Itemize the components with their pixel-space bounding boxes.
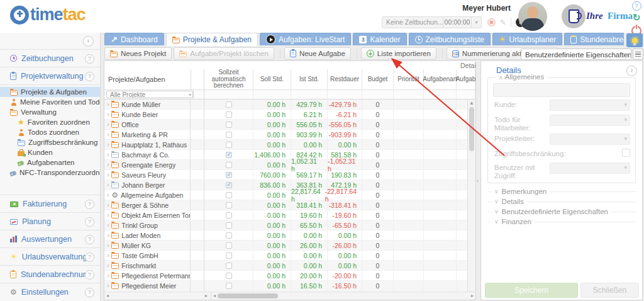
expand-icon[interactable]: › <box>107 242 109 249</box>
help-icon[interactable]: ? <box>632 1 641 11</box>
collapsed-section-benutzerdefinierte-eigenschaften[interactable]: ∨Benutzerdefinierte Eigenschaften <box>487 207 636 216</box>
expand-icon[interactable]: › <box>107 202 109 208</box>
filter-cell[interactable] <box>253 90 291 99</box>
toolbar-button-neue-aufgabe[interactable]: Neue Aufgabe <box>284 47 351 60</box>
table-row[interactable]: ›Kunde Beier0.00 h6.21 h-6.21 h0 <box>104 110 475 120</box>
scroll-right-icon[interactable]: ▸ <box>205 293 208 298</box>
expand-icon[interactable]: › <box>107 273 109 279</box>
scroll-up-icon[interactable]: ▲ <box>468 100 475 106</box>
field-select[interactable] <box>550 115 630 126</box>
name-input[interactable] <box>493 83 630 97</box>
column-header-aufgab[interactable]: Aufgab <box>457 69 475 89</box>
sidebar-item-nfc-transponderzuordnung[interactable]: NFC-Transponderzuordnung <box>0 168 100 178</box>
panel-expand-icon[interactable]: › <box>626 65 637 76</box>
auto-sollzeit-checkbox[interactable] <box>226 111 232 118</box>
sidebar-section-planung[interactable]: Planung? <box>0 213 100 230</box>
field-select[interactable] <box>550 99 630 111</box>
column-menu-button[interactable] <box>633 48 643 60</box>
expand-icon[interactable]: › <box>107 263 109 269</box>
expand-icon[interactable]: › <box>107 132 109 138</box>
auto-sollzeit-checkbox[interactable] <box>226 202 232 208</box>
filter-cell[interactable] <box>394 90 424 99</box>
help-icon[interactable]: ? <box>85 217 94 227</box>
horizontal-scrollbar[interactable]: ◂ ▸ ◂ ▸ <box>104 292 475 300</box>
table-row[interactable]: ›Berger & Söhne0.00 h318.41 h-318.41 h0 <box>104 200 475 210</box>
vertical-scroll-thumb[interactable] <box>469 107 474 151</box>
filter-cell[interactable] <box>362 90 394 99</box>
column-header-ist-std-[interactable]: Ist Std. <box>291 69 328 89</box>
tips-button[interactable] <box>626 33 643 47</box>
filter-cell[interactable] <box>204 90 253 99</box>
column-header-aufgabenart[interactable]: Aufgabenart <box>424 69 457 89</box>
tab-stundenabrechnung[interactable]: Stundenabrechnung <box>564 33 624 45</box>
sidebar-item-verwaltung[interactable]: Verwaltung <box>0 107 100 117</box>
collapsed-section-details[interactable]: ∨Details <box>487 197 636 206</box>
auto-sollzeit-checkbox[interactable] <box>226 263 232 269</box>
toolbar-button-neues-projekt[interactable]: Neues Projekt <box>104 47 172 60</box>
sidebar-section-urlaubsverwaltung[interactable]: ☀Urlaubsverwaltung? <box>0 248 100 265</box>
auto-sollzeit-checkbox[interactable] <box>226 232 232 239</box>
table-row[interactable]: ›Bachmayr & Co.1,406.00 h824.42 h581.58 … <box>104 150 475 160</box>
project-filter-dropdown[interactable]: Alle Projekte <box>106 91 193 98</box>
auto-sollzeit-checkbox[interactable] <box>226 101 232 108</box>
toolbar-button-liste-importieren[interactable]: +Liste importieren <box>361 47 436 60</box>
scroll-left-icon[interactable]: ◂ <box>213 293 216 298</box>
help-icon[interactable]: ? <box>85 54 94 64</box>
table-row[interactable]: ›Hauptplatz 1, Rathaus0.00 h0.00 h0.00 h… <box>104 140 475 150</box>
help-icon[interactable]: ? <box>85 235 94 244</box>
sidebar-item-projekte-aufgaben[interactable]: Projekte & Aufgaben <box>0 87 100 97</box>
table-row[interactable]: ›Greengate Energy0.00 h1,052.31 h-1,052.… <box>104 160 475 170</box>
tab-aufgaben-livestart[interactable]: Aufgaben: LiveStart <box>260 33 351 45</box>
sidebar-item-kunden[interactable]: Kunden <box>0 147 100 157</box>
scroll-left-icon[interactable]: ◂ <box>106 293 109 298</box>
field-select[interactable] <box>550 162 630 174</box>
table-row[interactable]: ›Objekt Am Eisernen Tor 10.00 h19.60 h-1… <box>104 210 475 220</box>
table-row[interactable]: ›Taste GmbH0.00 h0.00 h0.00 h0 <box>104 251 475 261</box>
field-checkbox[interactable] <box>622 149 630 157</box>
expand-icon[interactable]: › <box>107 232 109 239</box>
save-button[interactable]: Speichern <box>485 283 578 298</box>
sidebar-section-projektverwaltung[interactable]: Projektverwaltung? <box>0 67 100 84</box>
table-row[interactable]: ›⚙Allgemeine Aufgaben0.00 h22,817.64 h-2… <box>104 190 475 200</box>
auto-sollzeit-checkbox[interactable] <box>226 273 232 279</box>
tracking-status[interactable]: Keine Zeitbuchun... <box>382 16 443 28</box>
expand-icon[interactable]: › <box>107 142 109 148</box>
sidebar-section-fakturierung[interactable]: Fakturierung? <box>0 195 100 212</box>
auto-sollzeit-checkbox[interactable] <box>226 142 232 148</box>
table-row[interactable]: ›Kunde Müller0.00 h429.79 h-429.79 h0 <box>104 99 475 110</box>
expand-icon[interactable]: › <box>107 111 109 118</box>
table-row[interactable]: ›Müller KG0.00 h26.00 h-26.00 h0 <box>104 241 475 251</box>
collapsed-section-finanzen[interactable]: ∨Finanzen <box>487 217 636 226</box>
auto-sollzeit-checkbox[interactable] <box>226 122 232 128</box>
expand-icon[interactable]: › <box>107 101 109 108</box>
column-header-soll-std-[interactable]: Soll Std. <box>253 69 291 89</box>
toolbar-button-aufgabe-projekt-l-schen[interactable]: Aufgabe/Projekt löschen <box>174 47 274 60</box>
sidebar-item-meine-favoriten-und-todos[interactable]: Meine Favoriten und Todos <box>0 97 100 107</box>
auto-sollzeit-checkbox[interactable] <box>226 222 232 229</box>
help-icon[interactable]: ? <box>85 253 94 262</box>
columns-hscroll[interactable]: ◂ ▸ <box>211 292 475 300</box>
tab-kalender[interactable]: 3Kalender <box>353 33 406 45</box>
help-icon[interactable]: ? <box>85 288 94 297</box>
expand-icon[interactable]: › <box>107 192 109 198</box>
table-row[interactable]: ›Johann Berger836.00 h363.81 h472.19 h0 <box>104 180 475 190</box>
allgemeines-legend[interactable]: ∧Allgemeines <box>496 73 547 81</box>
tab-urlaubsplaner[interactable]: ☀Urlaubsplaner <box>492 33 562 45</box>
tab-zeitbuchungsliste[interactable]: Zeitbuchungsliste <box>409 33 491 45</box>
table-row[interactable]: ›Marketing & PR0.00 h903.99 h-903.99 h0 <box>104 130 475 140</box>
table-row[interactable]: ›Saveurs Fleury760.00 h569.17 h190.83 h0 <box>104 170 475 180</box>
sidebar-item-aufgabenarten[interactable]: Aufgabenarten <box>0 157 100 168</box>
expand-icon[interactable]: › <box>107 172 109 178</box>
table-row[interactable]: ›Trinkl Group0.00 h65.50 h-65.50 h0 <box>104 220 475 230</box>
filter-cell[interactable] <box>424 90 457 99</box>
view-properties-dropdown[interactable]: Benutzerdefinierte Eigenschaften, F <box>521 48 631 60</box>
auto-sollzeit-checkbox[interactable] <box>226 192 232 198</box>
collapsed-section-bemerkungen[interactable]: ∨Bemerkungen <box>487 187 636 196</box>
auto-sollzeit-checkbox[interactable] <box>226 253 232 259</box>
tab-dashboard[interactable]: ↗Dashboard <box>104 33 164 45</box>
expand-icon[interactable]: › <box>107 122 109 128</box>
user-avatar[interactable] <box>518 2 547 31</box>
expand-icon[interactable]: › <box>107 182 109 188</box>
sidebar-section-einstellungen[interactable]: ⚙Einstellungen? <box>0 283 100 300</box>
panel-collapse-handle[interactable] <box>476 60 480 300</box>
